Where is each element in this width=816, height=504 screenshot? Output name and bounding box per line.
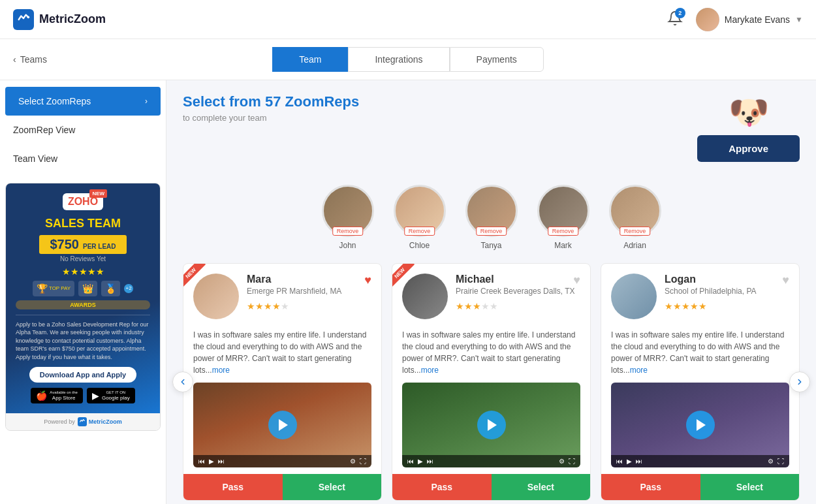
avatar-wrap-john: Remove — [322, 185, 374, 237]
select-logan-button[interactable]: Select — [700, 474, 800, 500]
pass-mara-button[interactable]: Pass — [183, 474, 283, 500]
prev-arrow-button[interactable] — [172, 371, 193, 392]
member-name-tanya: Tanya — [480, 241, 501, 250]
remove-tanya-button[interactable]: Remove — [476, 227, 507, 236]
card-name-michael: Michael — [456, 274, 580, 285]
avatar-wrap-mark: Remove — [537, 185, 589, 237]
play-icon-michael[interactable]: ▶ — [418, 458, 423, 465]
avatar — [696, 8, 719, 31]
card-actions-michael: Pass Select — [392, 474, 590, 500]
card-mara: Mara Emerge PR Marshfield, MA ★★★★★ ♥ I … — [183, 263, 382, 501]
chevron-down-icon: ▼ — [795, 15, 803, 24]
card-info-michael: Michael Prairie Creek Beverages Dalls, T… — [456, 274, 580, 311]
team-member-tanya: Remove Tanya — [465, 185, 518, 250]
powered-by: Powered by MetricZoom — [6, 413, 160, 430]
card-stars-logan: ★★★★★ — [665, 301, 789, 311]
remove-mark-button[interactable]: Remove — [548, 227, 579, 236]
pass-logan-button[interactable]: Pass — [601, 474, 700, 500]
tab-payments[interactable]: Payments — [450, 47, 544, 72]
ad-headline: SALES TEAM — [16, 217, 150, 231]
settings-icon-logan[interactable]: ⚙ — [768, 458, 774, 465]
selected-team: Remove John Remove Chloe Remove Tanya — [183, 175, 800, 263]
skip-back-icon-logan[interactable]: ⏮ — [616, 458, 623, 465]
skip-forward-icon[interactable]: ⏭ — [218, 458, 225, 465]
zoom-reps-count: 57 — [265, 93, 281, 110]
fullscreen-icon-logan[interactable]: ⛶ — [777, 458, 784, 465]
back-label: Teams — [20, 54, 47, 65]
ad-no-reviews: No Reviews Yet — [16, 255, 150, 262]
notification-count: 2 — [675, 8, 685, 18]
select-michael-button[interactable]: Select — [492, 474, 591, 500]
apple-icon: 🍎 — [36, 390, 47, 401]
ad-banner: ZOHO NEW SALES TEAM $750 PER LEAD No Rev… — [5, 183, 161, 431]
approve-button[interactable]: Approve — [697, 135, 800, 162]
header: MetricZoom 2 Marykate Evans ▼ — [0, 0, 816, 39]
next-arrow-button[interactable] — [789, 371, 810, 392]
card-desc-michael: I was in software sales my entire life. … — [392, 329, 590, 383]
apple-app-store-button[interactable]: 🍎 Available on theApp Store — [31, 388, 83, 404]
sidebar-item-zoomrep-view[interactable]: ZoomRep View — [0, 116, 166, 144]
card-michael: Michael Prairie Creek Beverages Dalls, T… — [392, 263, 591, 501]
header-right: 2 Marykate Evans ▼ — [667, 8, 803, 31]
back-link[interactable]: ‹ Teams — [13, 54, 47, 65]
skip-forward-icon-logan[interactable]: ⏭ — [636, 458, 642, 465]
fullscreen-icon[interactable]: ⛶ — [360, 458, 366, 465]
play-button-michael[interactable] — [477, 411, 506, 439]
notification-bell[interactable]: 2 — [667, 10, 683, 29]
card-actions-logan: Pass Select — [601, 474, 799, 500]
top-pay-badge: 🏆TOP PAY — [33, 281, 74, 296]
select-mara-button[interactable]: Select — [283, 474, 382, 500]
skip-forward-icon-michael[interactable]: ⏭ — [427, 458, 433, 465]
remove-john-button[interactable]: Remove — [332, 227, 364, 236]
member-name-adrian: Adrian — [623, 241, 646, 250]
card-video-logan[interactable]: ⏮ ▶ ⏭ ⚙ ⛶ — [611, 383, 789, 467]
more-link-logan[interactable]: more — [630, 366, 648, 375]
skip-back-icon-michael[interactable]: ⏮ — [407, 458, 414, 465]
team-member-chloe: Remove Chloe — [394, 185, 446, 250]
play-button-logan[interactable] — [686, 411, 715, 439]
cards-section: Mara Emerge PR Marshfield, MA ★★★★★ ♥ I … — [183, 263, 800, 501]
fullscreen-icon-michael[interactable]: ⛶ — [569, 458, 575, 465]
svg-point-0 — [27, 16, 30, 18]
pass-michael-button[interactable]: Pass — [392, 474, 492, 500]
settings-icon[interactable]: ⚙ — [350, 458, 356, 465]
sidebar-item-select-zoomreps[interactable]: Select ZoomReps › — [5, 87, 161, 116]
play-icon[interactable]: ▶ — [209, 458, 214, 465]
settings-icon-michael[interactable]: ⚙ — [559, 458, 565, 465]
play-icon-logan[interactable]: ▶ — [627, 458, 632, 465]
ad-description: Apply to be a Zoho Sales Development Rep… — [16, 321, 150, 362]
card-video-michael[interactable]: ⏮ ▶ ⏭ ⚙ ⛶ — [402, 383, 580, 467]
badge-count: +2 — [124, 284, 133, 293]
sidebar-item-team-view[interactable]: Team View — [0, 144, 166, 173]
google-play-label: GET IT ONGoogle play — [102, 390, 130, 402]
video-controls-michael: ⏮ ▶ ⏭ ⚙ ⛶ — [402, 455, 580, 467]
favorite-logan-button[interactable]: ♥ — [782, 274, 789, 287]
favorite-michael-button[interactable]: ♥ — [573, 274, 580, 287]
more-link-mara[interactable]: more — [212, 366, 230, 375]
app-store-buttons: 🍎 Available on theApp Store ▶ GET IT ONG… — [16, 388, 150, 404]
zoho-logo: ZOHO NEW — [63, 193, 103, 210]
google-play-icon: ▶ — [92, 390, 99, 401]
skip-back-icon[interactable]: ⏮ — [198, 458, 205, 465]
more-link-michael[interactable]: more — [421, 366, 439, 375]
tabs-bar: ‹ Teams Team Integrations Payments — [0, 39, 816, 80]
user-name: Marykate Evans — [725, 14, 790, 25]
tab-team[interactable]: Team — [272, 47, 348, 72]
card-desc-mara: I was in software sales my entire life. … — [183, 329, 381, 383]
user-profile[interactable]: Marykate Evans ▼ — [696, 8, 803, 31]
member-name-mark: Mark — [554, 241, 572, 250]
awards-label: AWARDS — [16, 300, 150, 309]
card-video-mara[interactable]: ⏮ ▶ ⏭ ⚙ ⛶ — [193, 383, 371, 467]
approve-area: 🐶 Approve — [697, 93, 800, 162]
remove-adrian-button[interactable]: Remove — [620, 227, 651, 236]
tab-integrations[interactable]: Integrations — [348, 47, 449, 72]
remove-chloe-button[interactable]: Remove — [404, 227, 435, 236]
google-play-button[interactable]: ▶ GET IT ONGoogle play — [87, 388, 135, 404]
favorite-mara-button[interactable]: ♥ — [364, 274, 371, 287]
download-app-button[interactable]: Download App and Apply — [29, 367, 136, 383]
card-company-mara: Emerge PR Marshfield, MA — [247, 287, 371, 297]
video-controls-logan: ⏮ ▶ ⏭ ⚙ ⛶ — [611, 455, 789, 467]
card-actions-mara: Pass Select — [183, 474, 381, 500]
play-button-mara[interactable] — [268, 411, 297, 439]
chevron-right-icon: › — [145, 97, 148, 106]
